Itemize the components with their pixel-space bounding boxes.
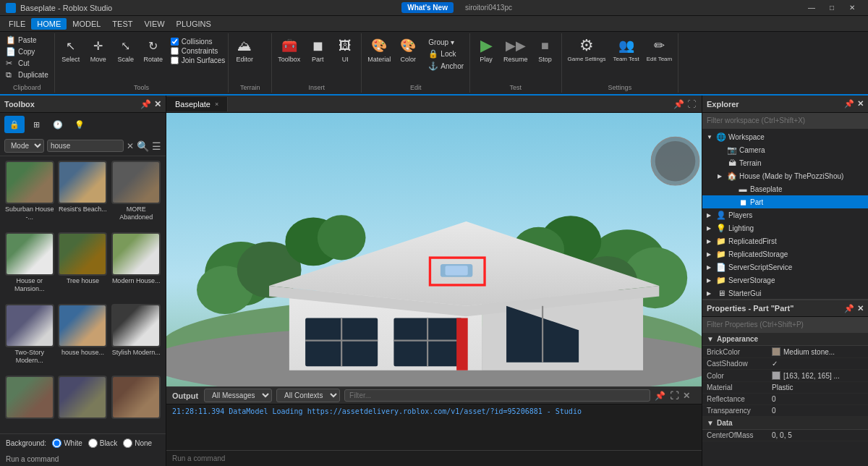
toolbox-tab-grid[interactable]: ⊞	[26, 116, 46, 133]
toolbox-item-9[interactable]	[4, 376, 55, 429]
output-close-button[interactable]: ✕	[683, 391, 690, 401]
explorer-pin-button[interactable]: 📌	[844, 99, 854, 109]
toolbox-item-7[interactable]: house house...	[58, 304, 109, 373]
join-surfaces-checkbox[interactable]: Join Surfaces	[171, 56, 226, 64]
tree-item-camera[interactable]: 📷Camera	[702, 143, 868, 156]
prop-row-reflectance[interactable]: Reflectance0	[702, 394, 868, 405]
search-input[interactable]	[51, 142, 120, 150]
bg-white-radio[interactable]	[52, 439, 61, 448]
lock-button[interactable]: 🔒 Lock	[425, 48, 467, 59]
toolbox-item-8[interactable]: Stylish Modern...	[111, 304, 161, 373]
team-test-button[interactable]: 👥 Team Test	[610, 35, 642, 65]
toolbox-item-0[interactable]: Suburban House -...	[4, 161, 55, 229]
toolbox-item-11[interactable]	[111, 376, 161, 429]
search-clear-button[interactable]: ✕	[127, 141, 134, 151]
toolbox-pin-button[interactable]: 📌	[140, 99, 151, 109]
duplicate-button[interactable]: ⧉ Duplicate	[3, 69, 51, 80]
tree-item-serverscriptservice[interactable]: ▶📄ServerScriptService	[702, 260, 868, 274]
bg-none-label[interactable]: None	[123, 439, 152, 448]
rotate-button[interactable]: ↻ Rotate	[140, 35, 166, 66]
collisions-checkbox[interactable]: Collisions	[171, 38, 226, 46]
viewport-expand-button[interactable]: ⛶	[687, 99, 696, 109]
stop-button[interactable]: ■ Stop	[532, 35, 558, 66]
close-button[interactable]: ✕	[842, 0, 862, 16]
maximize-button[interactable]: □	[822, 0, 842, 16]
edit-team-button[interactable]: ✏ Edit Team	[644, 35, 675, 65]
prop-row-material[interactable]: MaterialPlastic	[702, 382, 868, 394]
output-expand-button[interactable]: ⛶	[670, 391, 678, 401]
explorer-close-button[interactable]: ✕	[857, 99, 864, 109]
ui-button[interactable]: 🖼 UI	[332, 35, 358, 66]
bg-none-radio[interactable]	[123, 439, 132, 448]
tree-item-replicatedfirst[interactable]: ▶📁ReplicatedFirst	[702, 234, 868, 247]
toolbox-item-4[interactable]: Tree house	[58, 232, 109, 301]
tree-item-lighting[interactable]: ▶💡Lighting	[702, 221, 868, 234]
select-button[interactable]: ↖ Select	[58, 35, 84, 66]
menu-view[interactable]: VIEW	[138, 18, 170, 30]
constraints-check[interactable]	[171, 47, 179, 55]
properties-pin-button[interactable]: 📌	[844, 304, 854, 313]
menu-model[interactable]: MODEL	[67, 18, 106, 30]
prop-row-brickcolor[interactable]: BrickColorMedium stone...	[702, 346, 868, 358]
run-command-bar[interactable]: Run a command	[0, 452, 166, 466]
prop-section-1[interactable]: ▼Data	[702, 417, 868, 430]
material-button[interactable]: 🎨 Material	[365, 35, 393, 66]
part-button[interactable]: ◼ Part	[305, 35, 331, 66]
anchor-button[interactable]: ⚓ Anchor	[425, 61, 467, 72]
prop-row-transparency[interactable]: Transparency0	[702, 405, 868, 417]
minimize-button[interactable]: —	[801, 0, 822, 16]
menu-plugins[interactable]: PLUGINS	[171, 18, 217, 30]
bg-black-radio[interactable]	[88, 439, 98, 448]
tree-item-terrain[interactable]: 🏔Terrain	[702, 156, 868, 169]
toolbox-item-3[interactable]: House or Mansion...	[4, 232, 55, 301]
tab-close-button[interactable]: ×	[215, 101, 218, 108]
output-pin-button[interactable]: 📌	[655, 391, 665, 401]
tree-item-house-(made-by-thepozzishou)[interactable]: ▶🏠House (Made by ThePozziShou)	[702, 169, 868, 182]
prop-row-castshadow[interactable]: CastShadow✓	[702, 358, 868, 370]
cut-button[interactable]: ✂ Cut	[3, 58, 51, 69]
constraints-checkbox[interactable]: Constraints	[171, 47, 226, 55]
game-settings-button[interactable]: ⚙ Game Settings	[565, 35, 609, 65]
tree-item-baseplate[interactable]: ▬Baseplate	[702, 182, 868, 195]
menu-home[interactable]: HOME	[31, 18, 67, 30]
output-footer[interactable]	[166, 450, 702, 466]
viewport-pin-button[interactable]: 📌	[673, 99, 684, 109]
toolbox-close-button[interactable]: ✕	[154, 99, 161, 109]
viewport[interactable]	[166, 113, 702, 386]
collisions-check[interactable]	[171, 38, 179, 46]
tree-item-players[interactable]: ▶👤Players	[702, 208, 868, 221]
properties-close-button[interactable]: ✕	[857, 304, 864, 313]
play-button[interactable]: ▶ Play	[473, 35, 499, 66]
terrain-editor-button[interactable]: ⛰ Editor	[231, 35, 258, 66]
messages-dropdown[interactable]: All Messages	[204, 389, 272, 402]
bg-white-label[interactable]: White	[52, 439, 82, 448]
join-surfaces-check[interactable]	[171, 56, 179, 64]
color-button[interactable]: 🎨 Color	[395, 35, 421, 66]
search-button[interactable]: 🔍	[137, 140, 149, 152]
baseplate-tab[interactable]: Baseplate ×	[166, 97, 228, 111]
move-button[interactable]: ✛ Move	[85, 35, 111, 66]
contexts-dropdown[interactable]: All Contexts	[276, 389, 340, 402]
toolbox-item-5[interactable]: Modern House...	[111, 232, 161, 301]
menu-file[interactable]: FILE	[3, 18, 31, 30]
models-dropdown[interactable]: Models	[4, 139, 44, 153]
toolbox-tab-bulb[interactable]: 💡	[69, 116, 90, 133]
filter-icon[interactable]: ☰	[152, 140, 161, 152]
tree-item-replicatedstorage[interactable]: ▶📁ReplicatedStorage	[702, 247, 868, 260]
properties-filter-input[interactable]	[702, 317, 868, 333]
explorer-filter-input[interactable]	[702, 113, 868, 129]
toolbox-item-1[interactable]: Resist's Beach...	[58, 161, 109, 229]
toolbox-item-6[interactable]: Two-Story Modern...	[4, 304, 55, 373]
prop-row-color[interactable]: Color[163, 162, 165] ...	[702, 370, 868, 382]
whats-new-button[interactable]: What's New	[401, 2, 454, 13]
copy-button[interactable]: 📄 Copy	[3, 46, 51, 57]
output-filter-input[interactable]	[344, 389, 650, 402]
scale-button[interactable]: ⤡ Scale	[113, 35, 139, 66]
menu-test[interactable]: TEST	[106, 18, 138, 30]
toolbox-button[interactable]: 🧰 Toolbox	[275, 35, 303, 66]
group-button[interactable]: Group ▾	[425, 38, 467, 47]
paste-button[interactable]: 📋 Paste	[3, 35, 51, 46]
bg-black-label[interactable]: Black	[88, 439, 117, 448]
toolbox-tab-clock[interactable]: 🕐	[48, 116, 68, 133]
resume-button[interactable]: ▶▶ Resume	[501, 35, 531, 66]
